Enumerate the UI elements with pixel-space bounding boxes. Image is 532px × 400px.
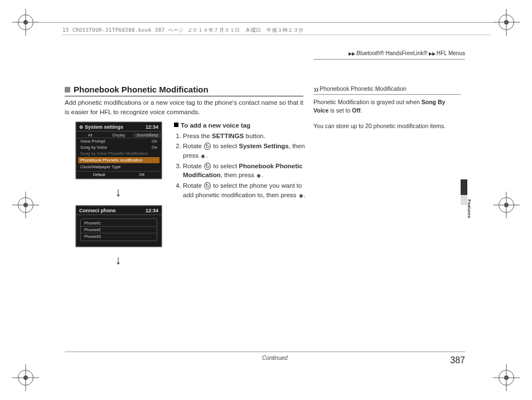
registration-mark-icon [496,12,516,32]
section-title: Phonebook Phonetic Modification [74,85,209,94]
screenshot-system-settings: System settings 12:34 All Display Sound/… [75,121,162,179]
step-1: Press the SETTINGS button. [183,131,307,141]
dial-icon [204,182,211,189]
push-icon [298,192,304,198]
page-number: 387 [450,355,465,365]
screenshot-column: System settings 12:34 All Display Sound/… [75,121,161,273]
continued-label: Continued [262,355,288,361]
down-arrow-icon: ↓ [75,247,161,273]
square-bullet-icon [65,87,70,92]
registration-mark-icon [16,195,36,215]
clock-time: 12:34 [146,124,158,130]
thumb-tab-dark [461,179,467,195]
book-metadata: 15 CROSSTOUR-31TP66500.book 387 ページ ２０１４… [62,27,304,34]
push-icon [200,152,206,159]
breadcrumb: Bluetooth® HandsFreeLink®HFL Menus [347,50,465,56]
down-arrow-icon: ↓ [75,179,161,205]
step-2: Rotate to select System Settings, then p… [183,142,307,160]
push-icon [256,172,262,178]
breadcrumb-rule [313,59,465,60]
intro-paragraph: Add phonetic modifications or a new voic… [65,98,306,116]
side-note: Phonebook Phonetic Modification Phonetic… [313,85,461,137]
registration-mark-icon [496,368,516,388]
page-top-rule [35,22,497,23]
square-bullet-icon [174,123,178,127]
chevrons-icon [313,85,320,93]
dial-icon [204,143,211,149]
book-metadata-rule [62,35,491,35]
step-4: Rotate to select the phone you want to a… [183,181,307,199]
footer-rule [65,352,465,352]
instruction-steps: To add a new voice tag Press the SETTING… [174,121,307,201]
section-heading: Phonebook Phonetic Modification [65,85,303,96]
clock-time: 12:34 [146,208,158,213]
registration-mark-icon [496,195,516,215]
step-3: Rotate to select Phonebook Phonetic Modi… [183,162,307,180]
gear-icon [79,124,83,130]
registration-mark-icon [16,12,36,32]
thumb-tab-label: Features [467,199,472,218]
registration-mark-icon [16,368,36,388]
dial-icon [204,163,211,169]
screenshot-connect-phone: Connect phone 12:34 Phone#1 Phone#2 Phon… [75,205,162,247]
